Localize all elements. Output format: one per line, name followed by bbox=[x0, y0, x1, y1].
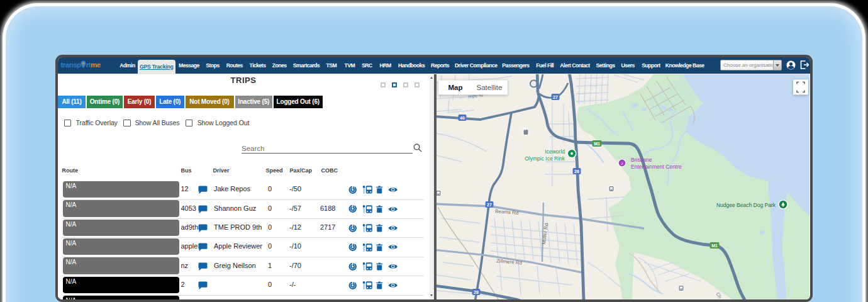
svg-text:27: 27 bbox=[487, 202, 492, 206]
svg-text:Map: Map bbox=[448, 84, 463, 91]
svg-text:♪: ♪ bbox=[621, 161, 623, 165]
svg-text:40: 40 bbox=[460, 115, 465, 120]
svg-text:Olympic Ice Rink: Olympic Ice Rink bbox=[525, 155, 565, 162]
svg-text:Nudgee Beach Dog Park: Nudgee Beach Dog Park bbox=[716, 202, 776, 208]
svg-text:27: 27 bbox=[553, 94, 558, 99]
svg-text:Brisbane: Brisbane bbox=[631, 157, 652, 163]
svg-text:M1: M1 bbox=[711, 243, 718, 247]
svg-text:28: 28 bbox=[474, 289, 479, 294]
svg-text:Satellite: Satellite bbox=[477, 84, 503, 91]
svg-text:Entertainment Centre: Entertainment Centre bbox=[631, 164, 682, 170]
svg-text:26: 26 bbox=[574, 169, 579, 173]
svg-text:M1: M1 bbox=[594, 141, 600, 145]
svg-text:Iceworld: Iceworld bbox=[545, 148, 565, 154]
